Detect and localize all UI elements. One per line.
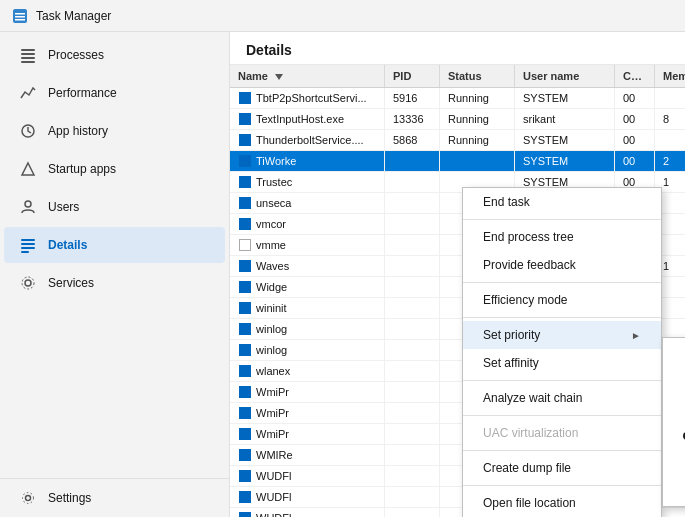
row-icon bbox=[238, 259, 252, 273]
col-header-username[interactable]: User name bbox=[515, 65, 615, 87]
sidebar-item-settings[interactable]: Settings bbox=[4, 480, 225, 516]
submenu-realtime[interactable]: Realtime bbox=[663, 338, 685, 366]
cell-pid bbox=[385, 403, 440, 423]
submenu-high[interactable]: High bbox=[663, 366, 685, 394]
cell-pid: 13336 bbox=[385, 109, 440, 129]
submenu-low[interactable]: Low bbox=[663, 478, 685, 506]
cell-pid bbox=[385, 382, 440, 402]
sidebar-item-app-history[interactable]: App history bbox=[4, 113, 225, 149]
cell-pid bbox=[385, 487, 440, 507]
cell-pid bbox=[385, 193, 440, 213]
row-icon bbox=[238, 385, 252, 399]
sidebar-item-startup-apps[interactable]: Startup apps bbox=[4, 151, 225, 187]
context-menu-analyze-wait-chain[interactable]: Analyze wait chain bbox=[463, 384, 661, 412]
row-icon bbox=[238, 175, 252, 189]
context-menu-provide-feedback[interactable]: Provide feedback bbox=[463, 251, 661, 279]
context-menu-create-dump-file[interactable]: Create dump file bbox=[463, 454, 661, 482]
task-manager-icon bbox=[12, 8, 28, 24]
sidebar-item-services-label: Services bbox=[48, 276, 94, 290]
cell-pid bbox=[385, 256, 440, 276]
context-menu-open-file-location[interactable]: Open file location bbox=[463, 489, 661, 517]
sidebar-item-processes[interactable]: Processes bbox=[4, 37, 225, 73]
cell-memo bbox=[655, 88, 685, 108]
context-menu-efficiency-mode[interactable]: Efficiency mode bbox=[463, 286, 661, 314]
col-header-memo[interactable]: Memo bbox=[655, 65, 685, 87]
cell-username: SYSTEM bbox=[515, 88, 615, 108]
svg-point-16 bbox=[22, 277, 34, 289]
sidebar: Processes Performance App history Startu… bbox=[0, 32, 230, 517]
cell-cpu: 00 bbox=[615, 109, 655, 129]
row-icon bbox=[238, 511, 252, 517]
cell-pid bbox=[385, 424, 440, 444]
cell-username: srikant bbox=[515, 109, 615, 129]
main-layout: Processes Performance App history Startu… bbox=[0, 32, 685, 517]
table-row[interactable]: TiWorke SYSTEM 00 2 bbox=[230, 151, 685, 172]
cell-pid bbox=[385, 235, 440, 255]
services-icon bbox=[20, 275, 36, 291]
cell-name: winlog bbox=[230, 340, 385, 360]
cell-pid bbox=[385, 151, 440, 171]
cell-name: TbtP2pShortcutServi... bbox=[230, 88, 385, 108]
cell-pid bbox=[385, 319, 440, 339]
table-row[interactable]: ThunderboltService.... 5868 Running SYST… bbox=[230, 130, 685, 151]
sidebar-item-performance-label: Performance bbox=[48, 86, 117, 100]
set-priority-arrow: ► bbox=[631, 330, 641, 341]
content-area: Details Name PID Status User name CPU Me… bbox=[230, 32, 685, 517]
sidebar-item-settings-label: Settings bbox=[48, 491, 91, 505]
svg-point-15 bbox=[25, 280, 31, 286]
row-icon bbox=[238, 112, 252, 126]
submenu-normal[interactable]: Normal bbox=[663, 422, 685, 450]
cell-name: unseca bbox=[230, 193, 385, 213]
row-icon bbox=[238, 91, 252, 105]
cell-pid bbox=[385, 508, 440, 517]
cell-status: Running bbox=[440, 130, 515, 150]
sidebar-item-users[interactable]: Users bbox=[4, 189, 225, 225]
context-menu-end-process-tree[interactable]: End process tree bbox=[463, 223, 661, 251]
submenu-above-normal[interactable]: Above normal bbox=[663, 394, 685, 422]
svg-rect-12 bbox=[21, 243, 35, 245]
startup-apps-icon bbox=[20, 161, 36, 177]
cell-memo: 2 bbox=[655, 151, 685, 171]
col-header-status[interactable]: Status bbox=[440, 65, 515, 87]
row-icon bbox=[238, 238, 252, 252]
row-icon bbox=[238, 280, 252, 294]
cell-username: SYSTEM bbox=[515, 151, 615, 171]
sidebar-item-startup-apps-label: Startup apps bbox=[48, 162, 116, 176]
cell-pid bbox=[385, 466, 440, 486]
cell-pid bbox=[385, 214, 440, 234]
context-menu-set-priority[interactable]: Set priority ► bbox=[463, 321, 661, 349]
context-menu-set-affinity[interactable]: Set affinity bbox=[463, 349, 661, 377]
col-header-name[interactable]: Name bbox=[230, 65, 385, 87]
sidebar-item-details[interactable]: Details bbox=[4, 227, 225, 263]
cell-name: winlog bbox=[230, 319, 385, 339]
cell-memo bbox=[655, 130, 685, 150]
svg-rect-11 bbox=[21, 239, 35, 241]
cell-name: Widge bbox=[230, 277, 385, 297]
cell-name: WmiPr bbox=[230, 382, 385, 402]
cell-name: WmiPr bbox=[230, 424, 385, 444]
svg-rect-7 bbox=[21, 61, 35, 63]
svg-point-18 bbox=[23, 493, 34, 504]
app-history-icon bbox=[20, 123, 36, 139]
context-menu-sep-2 bbox=[463, 282, 661, 283]
row-icon bbox=[238, 322, 252, 336]
cell-pid: 5868 bbox=[385, 130, 440, 150]
table-row[interactable]: TextInputHost.exe 13336 Running srikant … bbox=[230, 109, 685, 130]
col-header-cpu[interactable]: CPU bbox=[615, 65, 655, 87]
context-menu-sep-7 bbox=[463, 485, 661, 486]
cell-status bbox=[440, 151, 515, 171]
context-menu-end-task[interactable]: End task bbox=[463, 188, 661, 216]
submenu-below-normal[interactable]: Below normal bbox=[663, 450, 685, 478]
sidebar-item-performance[interactable]: Performance bbox=[4, 75, 225, 111]
svg-rect-6 bbox=[21, 57, 35, 59]
table-row[interactable]: TbtP2pShortcutServi... 5916 Running SYST… bbox=[230, 88, 685, 109]
col-header-pid[interactable]: PID bbox=[385, 65, 440, 87]
sidebar-item-users-label: Users bbox=[48, 200, 79, 214]
cell-name: WUDFl bbox=[230, 508, 385, 517]
cell-cpu: 00 bbox=[615, 130, 655, 150]
row-icon bbox=[238, 343, 252, 357]
users-icon bbox=[20, 199, 36, 215]
row-icon bbox=[238, 406, 252, 420]
sidebar-item-services[interactable]: Services bbox=[4, 265, 225, 301]
row-icon bbox=[238, 196, 252, 210]
